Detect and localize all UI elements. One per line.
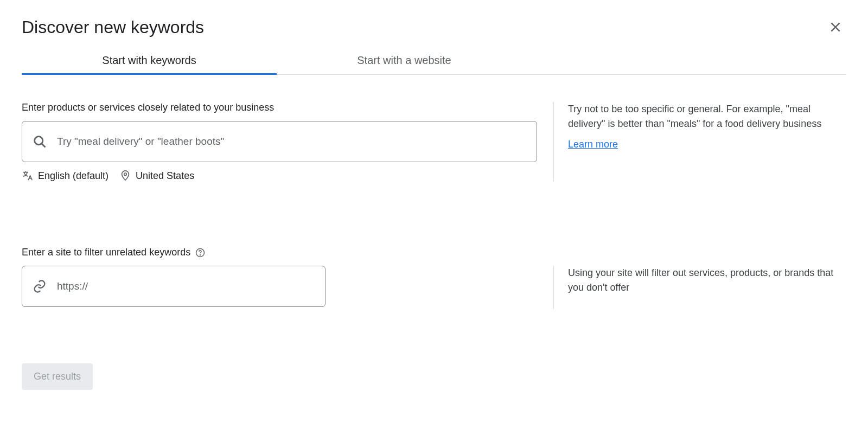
translate-icon	[22, 170, 34, 182]
link-icon	[32, 279, 47, 294]
location-selector[interactable]: United States	[119, 170, 194, 182]
search-icon	[32, 134, 47, 149]
site-input[interactable]	[57, 280, 315, 292]
tab-website[interactable]: Start with a website	[277, 48, 532, 74]
location-value: United States	[136, 170, 194, 182]
svg-line-3	[42, 144, 45, 147]
location-icon	[119, 170, 131, 182]
svg-point-2	[35, 137, 43, 145]
help-icon[interactable]	[195, 247, 206, 258]
keywords-input[interactable]	[57, 136, 527, 148]
page-title: Discover new keywords	[22, 17, 204, 37]
close-icon	[828, 20, 843, 34]
language-value: English (default)	[38, 170, 108, 182]
tab-keywords[interactable]: Start with keywords	[22, 48, 277, 74]
site-hint: Using your site will filter out services…	[568, 266, 835, 295]
keywords-input-box[interactable]	[22, 121, 537, 162]
close-button[interactable]	[825, 16, 846, 38]
svg-point-4	[124, 173, 127, 176]
keywords-hint: Try not to be too specific or general. F…	[568, 102, 835, 131]
language-selector[interactable]: English (default)	[22, 170, 108, 182]
svg-point-6	[200, 254, 201, 255]
site-input-box[interactable]	[22, 266, 326, 307]
site-label: Enter a site to filter unrelated keyword…	[22, 247, 190, 258]
keywords-label: Enter products or services closely relat…	[22, 102, 537, 113]
learn-more-link[interactable]: Learn more	[568, 139, 618, 150]
tab-bar: Start with keywords Start with a website	[22, 48, 846, 75]
get-results-button[interactable]: Get results	[22, 363, 93, 390]
